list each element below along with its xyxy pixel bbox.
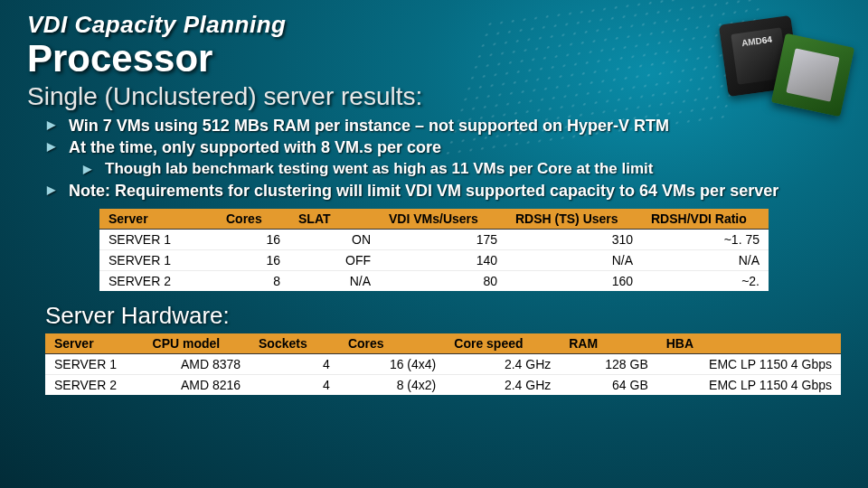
cell: 8 (4x2) <box>339 374 445 395</box>
col-cores: Cores <box>339 333 445 354</box>
slide-kicker: VDI Capacity Planning <box>27 11 841 39</box>
cell: ON <box>289 229 380 249</box>
table-header-row: Server CPU model Sockets Cores Core spee… <box>45 333 841 354</box>
cell: 2.4 GHz <box>445 353 560 374</box>
col-server: Server <box>99 209 217 230</box>
hardware-table-wrap: Server CPU model Sockets Cores Core spee… <box>45 333 841 395</box>
cell: EMC LP 1150 4 Gbps <box>657 353 841 374</box>
cell: AMD 8216 <box>144 374 250 395</box>
col-rdsh: RDSH (TS) Users <box>506 209 642 230</box>
hardware-table: Server CPU model Sockets Cores Core spee… <box>45 333 841 395</box>
cell: 175 <box>380 229 506 249</box>
cell: ~2. <box>642 270 769 291</box>
cell: 310 <box>506 229 642 249</box>
cell: SERVER 2 <box>45 374 144 395</box>
bullet-list: Win 7 VMs using 512 MBs RAM per instance… <box>43 115 841 202</box>
table-row: SERVER 1 AMD 8378 4 16 (4x4) 2.4 GHz 128… <box>45 353 841 374</box>
col-cores: Cores <box>217 209 289 230</box>
col-ram: RAM <box>560 333 656 354</box>
cell: SERVER 1 <box>99 249 217 270</box>
col-core-speed: Core speed <box>445 333 560 354</box>
cell: 140 <box>380 249 506 270</box>
cell: 160 <box>506 270 642 291</box>
bullet-item: At the time, only supported with 8 VM.s … <box>43 136 841 158</box>
cell: 4 <box>250 374 339 395</box>
cell: 8 <box>217 270 289 291</box>
bullet-sub-item: Though lab benchmark testing went as hig… <box>80 159 841 180</box>
cell: N/A <box>642 249 769 270</box>
results-table: Server Cores SLAT VDI VMs/Users RDSH (TS… <box>99 209 769 291</box>
bullet-item: Win 7 VMs using 512 MBs RAM per instance… <box>43 115 841 136</box>
cell: 2.4 GHz <box>445 374 560 395</box>
col-hba: HBA <box>657 333 841 354</box>
bullet-item: Note: Requirements for clustering will l… <box>43 180 841 202</box>
cell: SERVER 2 <box>99 270 217 291</box>
cell: OFF <box>289 249 380 270</box>
cell: 80 <box>380 270 506 291</box>
cell: 4 <box>250 353 339 374</box>
slide-subtitle: Single (Unclustered) server results: <box>27 82 841 111</box>
cell: SERVER 1 <box>45 353 144 374</box>
hardware-heading: Server Hardware: <box>45 302 841 330</box>
table-row: SERVER 2 AMD 8216 4 8 (4x2) 2.4 GHz 64 G… <box>45 374 841 395</box>
cell: 16 (4x4) <box>339 353 445 374</box>
col-cpu-model: CPU model <box>144 333 250 354</box>
cell: 64 GB <box>560 374 656 395</box>
table-row: SERVER 2 8 N/A 80 160 ~2. <box>99 270 769 291</box>
cell: N/A <box>506 249 642 270</box>
slide-title: Processor <box>27 37 841 80</box>
results-table-wrap: Server Cores SLAT VDI VMs/Users RDSH (TS… <box>99 209 841 291</box>
table-header-row: Server Cores SLAT VDI VMs/Users RDSH (TS… <box>99 209 769 230</box>
cell: 16 <box>217 249 289 270</box>
col-slat: SLAT <box>289 209 380 230</box>
table-row: SERVER 1 16 ON 175 310 ~1. 75 <box>99 229 769 249</box>
cell: EMC LP 1150 4 Gbps <box>657 374 841 395</box>
cell: SERVER 1 <box>99 229 217 249</box>
cell: 128 GB <box>560 353 656 374</box>
cell: N/A <box>289 270 380 291</box>
cell: ~1. 75 <box>642 229 769 249</box>
cell: 16 <box>217 229 289 249</box>
cell: AMD 8378 <box>144 353 250 374</box>
table-row: SERVER 1 16 OFF 140 N/A N/A <box>99 249 769 270</box>
col-vdi: VDI VMs/Users <box>380 209 506 230</box>
col-server: Server <box>45 333 144 354</box>
col-ratio: RDSH/VDI Ratio <box>642 209 769 230</box>
col-sockets: Sockets <box>250 333 339 354</box>
